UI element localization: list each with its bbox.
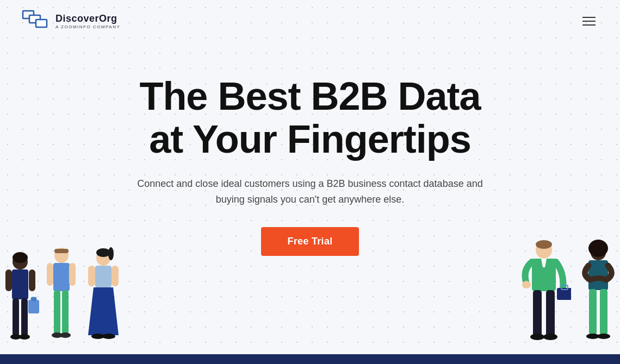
free-trial-button[interactable]: Free Trial (261, 227, 358, 256)
hero-title-line1: The Best B2B Data (139, 74, 480, 118)
logo-text: DiscoverOrg A ZOOMINFO COMPANY (55, 13, 120, 29)
hero-subtitle: Connect and close ideal customers using … (136, 176, 484, 208)
logo: DiscoverOrg A ZOOMINFO COMPANY (22, 10, 120, 33)
bottom-bar (0, 354, 620, 364)
hamburger-menu[interactable] (580, 14, 598, 28)
hero-title-line2: at Your Fingertips (149, 117, 470, 161)
hamburger-line-3 (582, 24, 596, 26)
hero-section: The Best B2B Data at Your Fingertips Con… (0, 42, 620, 272)
hamburger-line-2 (582, 21, 596, 22)
logo-sub: A ZOOMINFO COMPANY (55, 24, 120, 29)
hero-title: The Best B2B Data at Your Fingertips (65, 75, 555, 161)
logo-icon (22, 10, 50, 33)
header: DiscoverOrg A ZOOMINFO COMPANY (0, 0, 620, 42)
hamburger-line-1 (582, 17, 596, 18)
svg-rect-2 (36, 20, 47, 27)
logo-name: DiscoverOrg (55, 13, 120, 24)
